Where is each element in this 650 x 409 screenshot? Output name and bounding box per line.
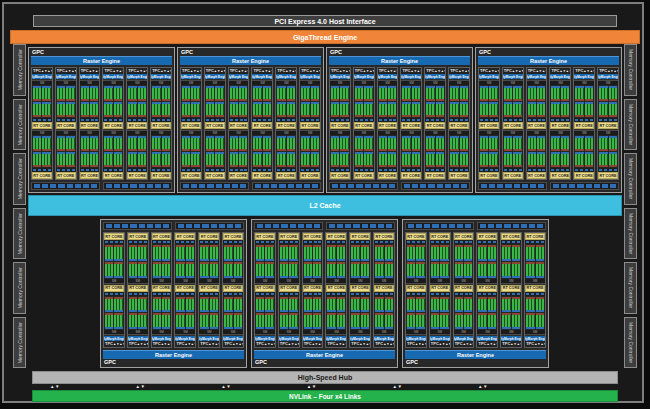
- scheduler-strip: [431, 276, 439, 278]
- cuda-cores: [402, 88, 410, 99]
- polymorph-engine-bar: PolyMorph Engine: [56, 74, 76, 79]
- ldst-sfu-strip: [138, 149, 146, 151]
- rop-unit: [224, 184, 230, 188]
- cuda-cores: [585, 154, 593, 165]
- processing-block: [105, 313, 113, 329]
- cuda-cores: [200, 264, 208, 276]
- texture-unit: [465, 241, 468, 243]
- sm-processing-blocks: [598, 85, 618, 118]
- processing-block: [436, 102, 444, 117]
- rop-row: [478, 182, 619, 190]
- tpc-label: TPC: [280, 341, 288, 347]
- memory-controller-label: Memory Controller: [17, 158, 23, 199]
- cuda-cores: [337, 247, 345, 259]
- ldst-sfu-strip: [104, 115, 112, 117]
- sm-processing-blocks: [199, 296, 219, 331]
- texture-unit: [480, 119, 483, 121]
- rop-row: [103, 222, 244, 230]
- ldst-sfu-strip: [364, 149, 372, 151]
- texture-unit: [176, 241, 179, 243]
- processing-block: [502, 262, 510, 278]
- rt-core: RT CORE: [276, 122, 296, 129]
- texture-unit: [417, 169, 420, 171]
- tpc-header: TPC▲▼▲▼: [175, 341, 195, 347]
- texture-unit: [536, 241, 539, 243]
- processing-block: [234, 262, 242, 278]
- texture-unit: [244, 169, 247, 171]
- cuda-cores: [153, 315, 161, 327]
- sm-processing-blocks: [527, 85, 547, 118]
- cuda-cores: [585, 104, 593, 115]
- memory-controller-column-left: Memory ControllerMemory ControllerMemory…: [13, 44, 26, 368]
- processing-block: [351, 313, 359, 329]
- texture-unit: [62, 169, 65, 171]
- scheduler-strip: [351, 276, 359, 278]
- cuda-cores: [436, 138, 444, 149]
- cuda-cores: [129, 299, 137, 311]
- processing-block: [191, 152, 199, 167]
- processing-block: [327, 313, 335, 329]
- texture-unit: [290, 241, 293, 243]
- tpc-block: TPC▲▼▲▼PolyMorph EngineSMRT CORESMRT COR…: [127, 232, 149, 348]
- cuda-cores: [460, 138, 468, 149]
- processing-block: [585, 152, 593, 167]
- scheduler-strip: [478, 327, 486, 329]
- scheduler-strip: [256, 310, 264, 312]
- scheduler-strip: [129, 276, 137, 278]
- rop-unit: [577, 184, 583, 188]
- ldst-sfu-strip: [277, 99, 285, 101]
- tpc-block: TPC▲▼▲▼PolyMorph EngineSMRT CORESMRT COR…: [353, 67, 375, 180]
- texture-unit: [531, 241, 534, 243]
- cuda-cores: [464, 299, 472, 311]
- ldst-sfu-strip: [253, 99, 261, 101]
- gigathread-engine-bar: GigaThread Engine: [10, 30, 640, 44]
- sm-processing-blocks: [223, 296, 243, 331]
- rop-partition: [103, 182, 172, 190]
- cuda-cores: [440, 264, 448, 276]
- sm-block: SMRT CORE: [199, 233, 219, 284]
- processing-block: [239, 136, 247, 151]
- scheduler-strip: [176, 276, 184, 278]
- ldst-sfu-strip: [57, 149, 65, 151]
- cuda-cores: [42, 88, 50, 99]
- rt-core: RT CORE: [175, 285, 195, 292]
- rt-core: RT CORE: [401, 122, 421, 129]
- gpc-label: GPC: [103, 359, 244, 366]
- processing-block: [337, 313, 345, 329]
- tpc-label: TPC: [351, 341, 359, 347]
- ldst-sfu-strip: [331, 165, 339, 167]
- texture-unit: [422, 293, 425, 295]
- up-down-arrows-icon: ▲▼: [191, 341, 196, 347]
- texture-unit: [240, 169, 243, 171]
- rt-core: RT CORE: [501, 233, 521, 240]
- processing-block: [311, 86, 319, 101]
- sm-processing-blocks: [378, 85, 398, 118]
- sm-block: SMRT CORE: [199, 285, 219, 336]
- cuda-cores: [234, 315, 242, 327]
- rop-unit: [106, 184, 112, 188]
- rop-unit: [235, 224, 241, 228]
- processing-block: [450, 102, 458, 117]
- texture-unit: [277, 119, 280, 121]
- scheduler-strip: [313, 327, 321, 329]
- processing-block: [239, 102, 247, 117]
- cuda-cores: [585, 138, 593, 149]
- cuda-cores: [287, 104, 295, 115]
- texture-unit: [402, 119, 405, 121]
- texture-unit: [436, 169, 439, 171]
- sm-label: SM: [175, 279, 195, 283]
- rt-core: RT CORE: [300, 122, 320, 129]
- rop-unit: [432, 224, 438, 228]
- rop-unit: [329, 224, 335, 228]
- rt-core: RT CORE: [103, 122, 123, 129]
- up-down-arrows-icon: ▲▼: [445, 341, 450, 347]
- cuda-cores: [42, 104, 50, 115]
- scheduler-strip: [488, 259, 496, 261]
- texture-unit: [314, 241, 317, 243]
- ldst-sfu-strip: [90, 115, 98, 117]
- cuda-cores: [431, 247, 439, 259]
- processing-block: [512, 313, 520, 329]
- cuda-cores: [153, 264, 161, 276]
- texture-unit: [566, 119, 569, 121]
- scheduler-strip: [375, 310, 383, 312]
